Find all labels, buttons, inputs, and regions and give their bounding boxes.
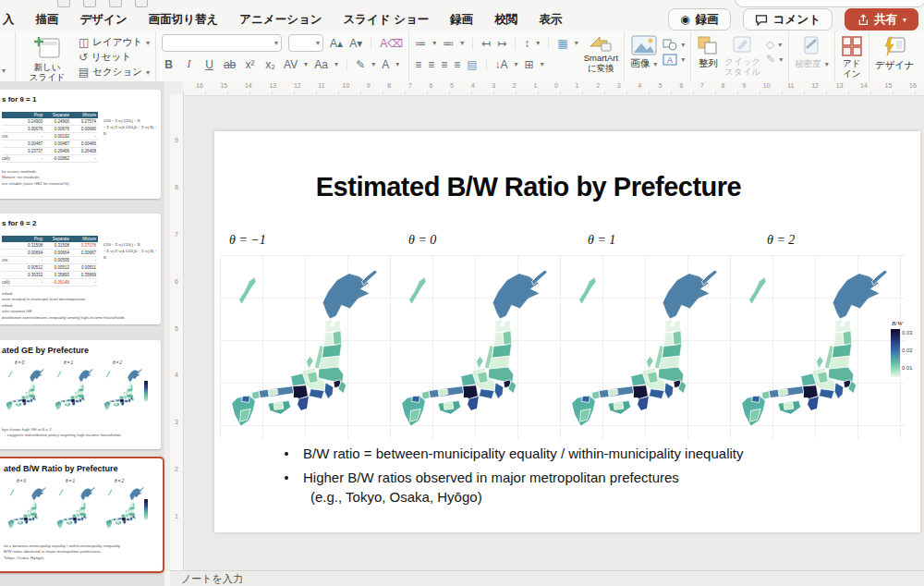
slide-thumbnail-4-selected[interactable]: ated B/W Ratio by Prefecture θ = 0 θ = 1… <box>0 457 164 573</box>
legend-title: B/W <box>892 320 920 327</box>
columns-icon[interactable]: ▦ <box>557 38 567 49</box>
layout-label: レイアウト <box>92 36 142 49</box>
align-text-icon[interactable]: ⊞ <box>525 59 534 70</box>
table-row: 0.303320.358930.35899 <box>2 272 98 279</box>
font-size-select[interactable]: ▾ <box>288 34 323 52</box>
chevron-down-icon: ▾ <box>274 39 278 47</box>
underline-button[interactable]: U <box>202 58 216 71</box>
clear-formatting-icon[interactable]: A⌫ <box>380 38 403 49</box>
designer-icon <box>882 35 906 57</box>
note-line: distribution overestimates inequality am… <box>2 315 125 321</box>
text-box-button[interactable]: A ▾ <box>663 53 685 66</box>
reset-label: リセット <box>91 51 131 64</box>
menu-tab[interactable]: 画面切り替え <box>149 12 219 28</box>
qa-icon-fragment[interactable] <box>109 0 122 7</box>
align-left-icon[interactable]: ≡ <box>415 59 421 70</box>
picture-label: 画像 <box>630 57 650 70</box>
decrease-indent-icon[interactable]: ↤ <box>481 38 491 49</box>
bullet-item-1[interactable]: B/W ratio = between-municipality equalit… <box>303 446 743 461</box>
font-color-icon[interactable]: A <box>382 59 389 70</box>
menu-tab[interactable]: アニメーション <box>239 12 322 28</box>
change-case-button[interactable]: Aa <box>314 58 328 71</box>
strikethrough-button[interactable]: ab <box>223 58 237 71</box>
character-spacing-button[interactable]: AV <box>284 58 298 71</box>
comments-button[interactable]: コメント <box>743 8 833 31</box>
menu-tab[interactable]: デザイン <box>80 12 128 28</box>
ruler-number: 7 <box>175 231 178 238</box>
japan-map-theta-2[interactable] <box>726 253 896 438</box>
smartart-convert-button[interactable]: SmartArtに変換 <box>584 34 618 73</box>
legend-tick: 0.03 <box>902 330 913 336</box>
menu-tab[interactable]: 表示 <box>539 12 562 28</box>
share-button[interactable]: 共有 ▾ <box>845 8 918 31</box>
shapes-button[interactable]: ▾ <box>663 38 685 51</box>
increase-font-icon[interactable]: A▴ <box>330 38 343 49</box>
bold-button[interactable]: B <box>162 58 176 71</box>
new-slide-button[interactable]: 新しいスライド <box>21 34 73 82</box>
note-line: → suggests redistributive policy targeti… <box>2 433 121 438</box>
decrease-font-icon[interactable]: A▾ <box>349 38 362 49</box>
menu-tab[interactable]: 入 <box>3 12 15 28</box>
justify-icon[interactable]: ≡ <box>454 59 460 70</box>
layout-button[interactable]: ◫レイアウト▾ <box>79 36 150 49</box>
addins-label-2: イン <box>843 68 860 79</box>
menu-tab[interactable]: 描画 <box>36 12 59 28</box>
japan-map-theta-1[interactable] <box>556 253 726 438</box>
paste-button-fragment[interactable]: ▾ <box>2 34 9 77</box>
table-row: cally--0.02862- <box>2 155 98 163</box>
smartart-label-1: SmartArt <box>584 53 618 63</box>
increase-indent-icon[interactable]: ↦ <box>497 38 506 49</box>
superscript-button[interactable]: x² <box>243 58 257 71</box>
addins-button[interactable]: アドイン <box>841 34 863 79</box>
subscript-button[interactable]: x₂ <box>263 58 277 71</box>
choropleth-figure[interactable] <box>216 253 896 438</box>
designer-button[interactable]: デザイナ <box>875 34 915 72</box>
ruler-number: 9 <box>175 137 178 143</box>
qa-icon-fragment[interactable] <box>135 0 148 7</box>
highlight-pen-icon[interactable]: ✎ <box>356 59 365 70</box>
align-right-icon[interactable]: ≡ <box>441 59 447 70</box>
bullet-item-2-continuation[interactable]: (e.g., Tokyo, Osaka, Hyōgo) <box>310 489 482 505</box>
insert-picture-button[interactable]: 画像▾ <box>630 34 657 70</box>
align-center-icon[interactable]: ≡ <box>428 59 434 70</box>
quick-styles-icon <box>732 35 754 55</box>
slide-title[interactable]: Estimated B/W Ratio by Prefecture <box>224 172 833 202</box>
bullet-list-icon[interactable]: ≔ <box>415 38 426 49</box>
notes-bar[interactable]: ノートを入力 <box>170 570 924 586</box>
bullet-item-2[interactable]: Higher B/W ratios observed in major metr… <box>303 470 679 485</box>
record-button[interactable]: ◉ 録画 <box>668 8 730 31</box>
japan-map-theta-0[interactable] <box>386 253 556 438</box>
shape-outline-icon[interactable]: ✎ <box>766 54 775 65</box>
numbered-list-icon[interactable]: ≕ <box>443 38 454 49</box>
menu-tab[interactable]: 校閲 <box>494 12 517 28</box>
section-button[interactable]: ▤セクション▾ <box>79 66 150 79</box>
shape-fill-icon[interactable]: ◇ <box>766 39 774 50</box>
japan-map-theta-neg1[interactable] <box>216 253 386 438</box>
japan-mini-map <box>2 365 46 411</box>
sensitivity-button[interactable]: 秘密度▾ <box>795 34 829 70</box>
search-box-fragment[interactable] <box>735 0 924 7</box>
distribute-icon[interactable]: ▤ <box>467 59 477 70</box>
qa-icon-fragment[interactable] <box>83 0 96 7</box>
text-direction-icon[interactable]: ↓A <box>495 59 508 70</box>
arrange-button[interactable]: 整列 <box>697 34 719 70</box>
ruler-number: 14 <box>245 82 252 90</box>
quick-styles-button[interactable]: クイックスタイル <box>724 34 760 77</box>
font-name-select[interactable]: ▾ <box>162 34 282 52</box>
layout-icon: ◫ <box>79 37 89 48</box>
line-spacing-icon[interactable]: ↕ <box>524 38 529 49</box>
menu-tab[interactable]: 録画 <box>450 12 473 28</box>
slide-thumbnail-2[interactable]: s for θ = 2 PropSeparateMixture 0.315080… <box>0 214 161 324</box>
italic-button[interactable]: I <box>182 57 196 71</box>
slide-thumbnail-3[interactable]: ated GE by Prefecture θ = 0 θ = 1 θ = 2 <box>0 340 161 449</box>
slide-thumbnail-1[interactable]: s for θ = 1 PropSeparateMixture 0.249000… <box>0 90 161 199</box>
menu-tab[interactable]: スライド ショー <box>344 12 430 28</box>
picture-icon <box>631 35 657 55</box>
ruler-number: 15 <box>220 82 227 90</box>
reset-button[interactable]: ↺リセット <box>79 51 150 64</box>
panel-labels-row: θ = −1θ = 0θ = 1θ = 2 <box>220 233 924 248</box>
menu-tabs: 入描画デザイン画面切り替えアニメーションスライド ショー録画校閲表示 <box>0 12 562 28</box>
slide-canvas[interactable]: Estimated B/W Ratio by Prefecture θ = −1… <box>214 131 920 532</box>
menu-bar: 入描画デザイン画面切り替えアニメーションスライド ショー録画校閲表示 ◉ 録画 … <box>0 7 924 31</box>
qa-icon-fragment[interactable] <box>57 0 70 7</box>
